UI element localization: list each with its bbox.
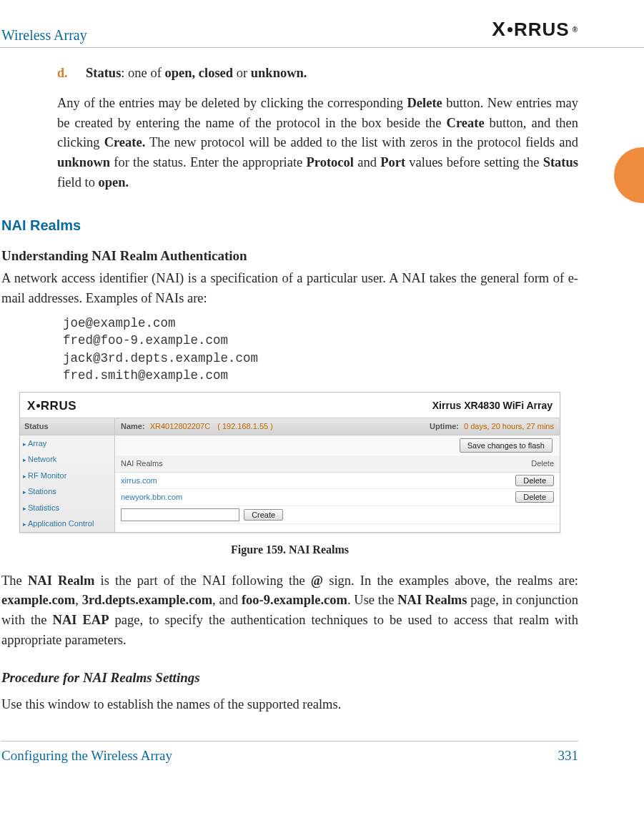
figure-uptime: Uptime: 0 days, 20 hours, 27 mins xyxy=(430,420,554,433)
save-button[interactable]: Save changes to flash xyxy=(460,438,553,453)
figure-logo: XRRUS xyxy=(27,397,76,415)
nai-realms-table: NAI RealmsDelete xirrus.comDelete newyor… xyxy=(115,455,560,524)
table-row: xirrus.comDelete xyxy=(115,472,560,489)
paragraph-procedure: Use this window to establish the names o… xyxy=(1,695,578,715)
sidebar-item-rf-monitor[interactable]: RF Monitor xyxy=(20,468,114,484)
nai-example: joe@example.com xyxy=(63,315,578,332)
realm-cell: xirrus.com xyxy=(115,472,484,489)
nai-example: fred.smith@example.com xyxy=(63,367,578,385)
brand-logo: XRRUS® xyxy=(492,14,578,47)
figure-sidebar: Status Array Network RF Monitor Stations… xyxy=(20,418,115,532)
sidebar-item-network[interactable]: Network xyxy=(20,451,114,468)
realm-cell: newyork.bbn.com xyxy=(115,489,484,506)
paragraph-realm-explain: The NAI Realm is the part of the NAI fol… xyxy=(1,571,578,651)
header-title: Wireless Array xyxy=(1,24,87,47)
nai-examples: joe@example.com fred@foo-9.example.com j… xyxy=(63,315,578,385)
sidebar-item-stations[interactable]: Stations xyxy=(20,483,114,500)
heading-procedure: Procedure for NAI Realms Settings xyxy=(1,668,578,689)
figure-name: Name: XR4012802207C ( 192.168.1.55 ) xyxy=(121,420,273,433)
figure-nai-realms-ui: XRRUS Xirrus XR4830 WiFi Array Status Ar… xyxy=(19,392,560,533)
list-marker: d. xyxy=(57,64,86,84)
sidebar-item-array[interactable]: Array xyxy=(20,435,114,452)
footer-page-number: 331 xyxy=(558,746,579,767)
col-delete: Delete xyxy=(484,455,560,472)
heading-understanding: Understanding NAI Realm Authentication xyxy=(1,246,578,267)
delete-button[interactable]: Delete xyxy=(515,491,554,503)
table-row: newyork.bbn.comDelete xyxy=(115,489,560,506)
sidebar-item-statistics[interactable]: Statistics xyxy=(20,500,114,516)
sidebar-head: Status xyxy=(20,418,114,435)
list-item-d: d. Status: one of open, closed or unknow… xyxy=(57,64,578,84)
page-header: Wireless Array XRRUS® xyxy=(0,14,644,48)
sidebar-item-application-control[interactable]: Application Control xyxy=(20,516,114,532)
figure-main: Name: XR4012802207C ( 192.168.1.55 ) Upt… xyxy=(115,418,560,532)
realm-input[interactable] xyxy=(121,508,239,521)
paragraph-delete-create: Any of the entries may be deleted by cli… xyxy=(57,94,578,193)
page-footer: Configuring the Wireless Array 331 xyxy=(1,741,578,777)
figure-product: Xirrus XR4830 WiFi Array xyxy=(432,398,553,413)
nai-example: jack@3rd.depts.example.com xyxy=(63,350,578,368)
paragraph-nai-intro: A network access identifier (NAI) is a s… xyxy=(1,269,578,309)
footer-section: Configuring the Wireless Array xyxy=(1,746,172,767)
create-button[interactable]: Create xyxy=(244,509,283,521)
table-row-create: Create xyxy=(115,506,560,523)
delete-button[interactable]: Delete xyxy=(515,475,554,486)
list-text: Status: one of open, closed or unknown. xyxy=(86,64,578,84)
col-nai-realms: NAI Realms xyxy=(115,455,484,472)
heading-nai-realms: NAI Realms xyxy=(1,215,578,236)
nai-example: fred@foo-9.example.com xyxy=(63,332,578,350)
figure-caption: Figure 159. NAI Realms xyxy=(1,541,578,558)
